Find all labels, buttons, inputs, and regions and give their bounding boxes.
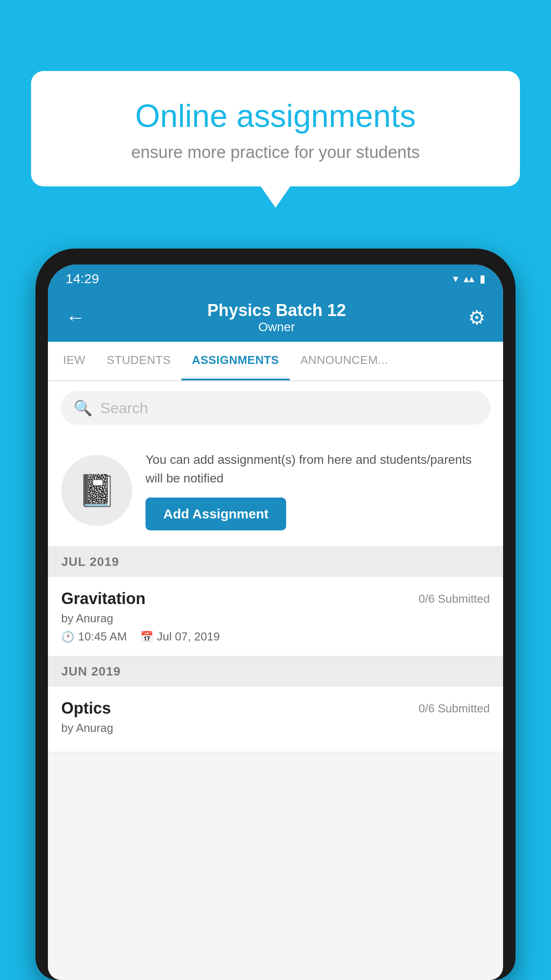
settings-icon[interactable]: ⚙ (468, 306, 485, 329)
header-subtitle: Owner (207, 320, 346, 334)
speech-bubble-subtitle: ensure more practice for your students (62, 143, 489, 162)
assignment-item-optics-header: Optics 0/6 Submitted (61, 699, 490, 718)
assignment-date: 📅 Jul 07, 2019 (140, 630, 220, 644)
tab-students[interactable]: STUDENTS (96, 342, 181, 380)
search-bar[interactable]: 🔍 Search (60, 391, 491, 425)
status-icons: ▾ ▴▴ ▮ (453, 273, 485, 285)
phone-screen: 14:29 ▾ ▴▴ ▮ ← Physics Batch 12 Owner ⚙ … (48, 265, 503, 980)
speech-bubble-container: Online assignments ensure more practice … (31, 71, 520, 186)
assignment-time-value: 10:45 AM (78, 630, 127, 644)
assignment-date-value: Jul 07, 2019 (157, 630, 220, 644)
assignment-item-optics[interactable]: Optics 0/6 Submitted by Anurag (48, 687, 503, 752)
assignment-icon-circle: 📓 (61, 455, 132, 526)
tab-iew[interactable]: IEW (52, 342, 96, 380)
add-assignment-description: You can add assignment(s) from here and … (146, 450, 490, 488)
add-assignment-card: 📓 You can add assignment(s) from here an… (48, 435, 503, 547)
tab-assignments[interactable]: ASSIGNMENTS (181, 342, 290, 380)
assignment-item-header: Gravitation 0/6 Submitted (61, 589, 490, 608)
assignment-item-gravitation[interactable]: Gravitation 0/6 Submitted by Anurag 🕐 10… (48, 577, 503, 656)
search-bar-container: 🔍 Search (48, 381, 503, 435)
assignment-optics-name: Optics (61, 699, 111, 718)
tab-announcements[interactable]: ANNOUNCEM... (290, 342, 399, 380)
search-icon: 🔍 (74, 399, 92, 417)
speech-bubble: Online assignments ensure more practice … (31, 71, 520, 186)
back-button[interactable]: ← (66, 306, 85, 328)
add-assignment-content: You can add assignment(s) from here and … (146, 450, 490, 530)
assignment-time: 🕐 10:45 AM (61, 630, 127, 644)
assignment-optics-submitted: 0/6 Submitted (419, 702, 490, 715)
wifi-icon: ▾ (453, 273, 458, 285)
tabs-bar: IEW STUDENTS ASSIGNMENTS ANNOUNCEM... (48, 342, 503, 381)
assignment-by: by Anurag (61, 612, 490, 625)
clock-icon: 🕐 (61, 631, 75, 643)
section-header-jun: JUN 2019 (48, 656, 503, 687)
header-title: Physics Batch 12 (207, 301, 346, 320)
assignment-name: Gravitation (61, 589, 146, 608)
search-placeholder-text: Search (100, 399, 148, 417)
section-header-jul: JUL 2019 (48, 547, 503, 577)
add-assignment-button[interactable]: Add Assignment (146, 498, 286, 530)
notebook-icon: 📓 (78, 472, 116, 509)
status-bar: 14:29 ▾ ▴▴ ▮ (48, 265, 503, 293)
calendar-icon: 📅 (140, 631, 153, 643)
signal-icon: ▴▴ (464, 273, 474, 285)
speech-bubble-title: Online assignments (62, 98, 489, 134)
battery-icon: ▮ (480, 273, 485, 285)
status-time: 14:29 (66, 271, 99, 286)
assignment-submitted: 0/6 Submitted (419, 592, 490, 606)
phone-frame: 14:29 ▾ ▴▴ ▮ ← Physics Batch 12 Owner ⚙ … (35, 249, 516, 980)
header-title-block: Physics Batch 12 Owner (207, 301, 346, 334)
assignment-meta: 🕐 10:45 AM 📅 Jul 07, 2019 (61, 630, 490, 644)
app-header: ← Physics Batch 12 Owner ⚙ (48, 293, 503, 342)
assignment-optics-by: by Anurag (61, 721, 490, 735)
